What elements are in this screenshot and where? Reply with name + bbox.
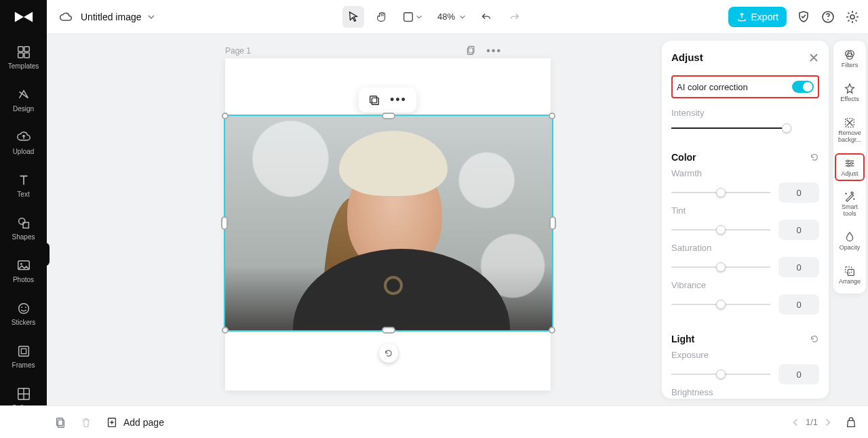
resize-handle-rm[interactable] bbox=[549, 216, 556, 230]
redo-button[interactable] bbox=[504, 6, 526, 28]
slider-knob[interactable] bbox=[782, 123, 791, 133]
page-label: Page 1 bbox=[225, 46, 251, 56]
settings-icon[interactable] bbox=[845, 9, 860, 24]
capcut-logo-icon bbox=[14, 9, 34, 25]
hand-tool[interactable] bbox=[371, 6, 393, 28]
ai-color-correction-row: AI color correction bbox=[671, 75, 819, 98]
tint-row: Tint 0 bbox=[671, 205, 819, 240]
canvas-size-dropdown[interactable] bbox=[399, 11, 425, 23]
chevron-down-icon bbox=[416, 14, 422, 20]
next-page-icon[interactable] bbox=[823, 418, 833, 427]
saturation-slider[interactable] bbox=[671, 266, 770, 268]
warmth-value[interactable]: 0 bbox=[778, 182, 819, 203]
warmth-slider[interactable] bbox=[671, 192, 770, 193]
slider-knob[interactable] bbox=[716, 225, 726, 235]
canvas-area[interactable]: Page 1 ••• ••• bbox=[47, 34, 662, 405]
main-row: Templates Design Upload Text Shapes Phot… bbox=[0, 34, 868, 405]
sidebar-item-templates[interactable]: Templates bbox=[0, 42, 47, 73]
slider-knob[interactable] bbox=[716, 262, 726, 272]
svg-point-11 bbox=[20, 263, 22, 265]
add-page-icon bbox=[106, 416, 118, 429]
intensity-label: Intensity bbox=[671, 108, 819, 118]
app-logo[interactable] bbox=[0, 0, 47, 34]
zoom-dropdown[interactable]: 48% bbox=[432, 12, 469, 22]
topbar: Untitled image 48% Export bbox=[0, 0, 868, 34]
bag-icon[interactable] bbox=[845, 416, 857, 429]
rail-adjust[interactable]: Adjust bbox=[836, 155, 863, 180]
page-more-icon[interactable]: ••• bbox=[486, 45, 502, 57]
sidebar-item-collage[interactable]: Collage bbox=[0, 384, 47, 405]
sidebar-item-text[interactable]: Text bbox=[0, 170, 47, 201]
ai-color-label: AI color correction bbox=[677, 82, 748, 92]
reset-color-icon[interactable] bbox=[810, 153, 819, 162]
saturation-value[interactable]: 0 bbox=[778, 257, 819, 277]
resize-handle-bm[interactable] bbox=[382, 327, 395, 334]
sidebar-item-photos[interactable]: Photos bbox=[0, 256, 47, 286]
reset-light-icon[interactable] bbox=[810, 334, 819, 344]
trash-icon[interactable] bbox=[80, 416, 92, 429]
vibrance-slider[interactable] bbox=[671, 304, 770, 305]
chevron-down-icon bbox=[459, 14, 466, 20]
svg-rect-7 bbox=[24, 53, 28, 58]
brightness-row: Brightness 0 bbox=[671, 387, 819, 399]
resize-handle-tl[interactable] bbox=[222, 113, 229, 119]
layers-icon[interactable] bbox=[54, 416, 66, 429]
sidebar-item-shapes[interactable]: Shapes bbox=[0, 213, 47, 243]
ai-color-toggle[interactable] bbox=[792, 81, 814, 93]
export-button[interactable]: Export bbox=[728, 7, 787, 27]
svg-point-8 bbox=[18, 218, 24, 224]
replace-image-icon[interactable] bbox=[368, 94, 380, 106]
rail-remove-bg[interactable]: Remove backgr... bbox=[836, 114, 863, 146]
slider-knob[interactable] bbox=[716, 188, 726, 197]
tint-value[interactable]: 0 bbox=[778, 220, 819, 240]
cloud-save-icon[interactable] bbox=[59, 12, 73, 22]
adjust-title: Adjust bbox=[671, 52, 703, 63]
shield-icon[interactable] bbox=[796, 9, 811, 24]
svg-rect-4 bbox=[18, 47, 22, 52]
resize-handle-tm[interactable] bbox=[382, 113, 395, 119]
exposure-row: Exposure 0 bbox=[671, 350, 819, 384]
rail-opacity[interactable]: Opacity bbox=[836, 228, 863, 254]
add-page-button[interactable]: Add page bbox=[106, 416, 164, 429]
svg-rect-0 bbox=[404, 12, 413, 21]
svg-point-2 bbox=[827, 19, 829, 20]
close-icon[interactable] bbox=[808, 52, 819, 63]
bottombar: Add page 1/1 bbox=[0, 405, 868, 438]
sidebar-item-stickers[interactable]: Stickers bbox=[0, 298, 47, 329]
selection-toolbar: ••• bbox=[359, 87, 416, 113]
rotate-handle[interactable] bbox=[379, 344, 398, 363]
rail-effects[interactable]: Effects bbox=[836, 80, 863, 106]
select-tool[interactable] bbox=[342, 6, 364, 28]
sidebar-item-upload[interactable]: Upload bbox=[0, 127, 47, 158]
document-title[interactable]: Untitled image bbox=[81, 12, 155, 22]
export-label: Export bbox=[751, 12, 778, 22]
sidebar-item-frames[interactable]: Frames bbox=[0, 341, 47, 372]
resize-handle-bl[interactable] bbox=[222, 327, 229, 334]
slider-knob[interactable] bbox=[716, 370, 726, 379]
selected-image[interactable] bbox=[225, 116, 552, 330]
rail-smart-tools[interactable]: Smart tools bbox=[836, 188, 863, 220]
page-indicator: 1/1 bbox=[806, 417, 818, 427]
exposure-slider[interactable] bbox=[671, 374, 770, 375]
vibrance-value[interactable]: 0 bbox=[778, 294, 819, 315]
selection-more-icon[interactable]: ••• bbox=[390, 93, 407, 107]
right-tool-rail: Filters Effects Remove backgr... Adjust … bbox=[831, 34, 868, 405]
duplicate-page-icon[interactable] bbox=[466, 45, 477, 56]
bottombar-right: 1/1 bbox=[791, 416, 857, 429]
tint-slider[interactable] bbox=[671, 229, 770, 231]
exposure-value[interactable]: 0 bbox=[778, 364, 819, 384]
rail-filters[interactable]: Filters bbox=[836, 46, 863, 72]
page-actions: ••• bbox=[466, 45, 502, 57]
slider-knob[interactable] bbox=[716, 300, 726, 309]
rail-arrange[interactable]: Arrange bbox=[836, 262, 863, 288]
light-section-header: Light bbox=[671, 334, 819, 344]
resize-handle-br[interactable] bbox=[549, 327, 555, 334]
resize-handle-tr[interactable] bbox=[549, 113, 555, 119]
svg-rect-5 bbox=[24, 47, 28, 52]
help-icon[interactable] bbox=[821, 9, 835, 24]
chevron-down-icon bbox=[147, 13, 155, 21]
undo-button[interactable] bbox=[475, 6, 497, 28]
resize-handle-lm[interactable] bbox=[221, 216, 228, 230]
prev-page-icon[interactable] bbox=[791, 418, 800, 427]
sidebar-item-design[interactable]: Design bbox=[0, 85, 47, 115]
